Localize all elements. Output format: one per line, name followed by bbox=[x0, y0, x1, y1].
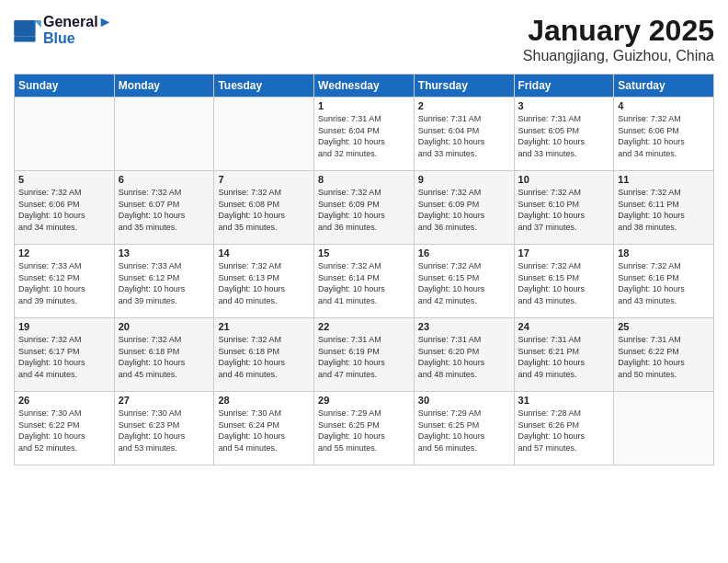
cell-content: Sunrise: 7:32 AM Sunset: 6:13 PM Dayligh… bbox=[218, 260, 310, 306]
day-number: 15 bbox=[318, 247, 410, 259]
header-row: Sunday Monday Tuesday Wednesday Thursday… bbox=[15, 75, 714, 98]
day-number: 10 bbox=[518, 174, 610, 185]
day-number: 2 bbox=[418, 100, 510, 111]
day-number: 9 bbox=[418, 174, 510, 185]
calendar-cell: 31Sunrise: 7:28 AM Sunset: 6:26 PM Dayli… bbox=[514, 392, 614, 465]
cell-content: Sunrise: 7:32 AM Sunset: 6:11 PM Dayligh… bbox=[618, 187, 710, 233]
day-number: 31 bbox=[518, 395, 610, 406]
cell-content: Sunrise: 7:29 AM Sunset: 6:25 PM Dayligh… bbox=[418, 408, 510, 454]
day-number: 11 bbox=[618, 174, 710, 185]
calendar-week-4: 19Sunrise: 7:32 AM Sunset: 6:17 PM Dayli… bbox=[15, 318, 714, 392]
calendar-cell bbox=[114, 98, 214, 171]
cell-content: Sunrise: 7:32 AM Sunset: 6:16 PM Dayligh… bbox=[618, 260, 710, 306]
day-number: 8 bbox=[318, 174, 410, 185]
day-number: 7 bbox=[218, 174, 310, 185]
calendar-cell: 1Sunrise: 7:31 AM Sunset: 6:04 PM Daylig… bbox=[314, 98, 415, 171]
calendar-week-5: 26Sunrise: 7:30 AM Sunset: 6:22 PM Dayli… bbox=[15, 392, 714, 465]
calendar-cell: 7Sunrise: 7:32 AM Sunset: 6:08 PM Daylig… bbox=[214, 171, 314, 245]
day-number: 30 bbox=[418, 395, 510, 406]
col-monday: Monday bbox=[114, 75, 214, 98]
day-number: 13 bbox=[119, 247, 210, 259]
day-number: 14 bbox=[218, 247, 310, 259]
col-saturday: Saturday bbox=[614, 75, 714, 98]
location: Shuangjiang, Guizhou, China bbox=[523, 48, 714, 64]
day-number: 21 bbox=[218, 321, 310, 332]
calendar-cell: 27Sunrise: 7:30 AM Sunset: 6:23 PM Dayli… bbox=[114, 392, 214, 465]
calendar-cell bbox=[15, 98, 115, 171]
calendar-cell: 9Sunrise: 7:32 AM Sunset: 6:09 PM Daylig… bbox=[414, 171, 514, 245]
cell-content: Sunrise: 7:32 AM Sunset: 6:09 PM Dayligh… bbox=[318, 187, 410, 233]
calendar-cell: 12Sunrise: 7:33 AM Sunset: 6:12 PM Dayli… bbox=[15, 245, 115, 318]
calendar-table: Sunday Monday Tuesday Wednesday Thursday… bbox=[14, 74, 714, 465]
col-tuesday: Tuesday bbox=[214, 75, 314, 98]
cell-content: Sunrise: 7:32 AM Sunset: 6:18 PM Dayligh… bbox=[119, 334, 210, 380]
month-title: January 2025 bbox=[523, 14, 714, 48]
col-wednesday: Wednesday bbox=[314, 75, 415, 98]
title-block: January 2025 Shuangjiang, Guizhou, China bbox=[523, 14, 714, 64]
calendar-cell: 17Sunrise: 7:32 AM Sunset: 6:15 PM Dayli… bbox=[514, 245, 614, 318]
day-number: 12 bbox=[18, 247, 110, 259]
cell-content: Sunrise: 7:32 AM Sunset: 6:08 PM Dayligh… bbox=[218, 187, 310, 233]
day-number: 6 bbox=[119, 174, 210, 185]
cell-content: Sunrise: 7:32 AM Sunset: 6:15 PM Dayligh… bbox=[518, 260, 610, 306]
day-number: 19 bbox=[18, 321, 110, 332]
cell-content: Sunrise: 7:32 AM Sunset: 6:17 PM Dayligh… bbox=[18, 334, 110, 380]
col-thursday: Thursday bbox=[414, 75, 514, 98]
cell-content: Sunrise: 7:32 AM Sunset: 6:15 PM Dayligh… bbox=[418, 260, 510, 306]
cell-content: Sunrise: 7:32 AM Sunset: 6:09 PM Dayligh… bbox=[418, 187, 510, 233]
calendar-cell bbox=[614, 392, 714, 465]
svg-rect-2 bbox=[14, 36, 35, 41]
calendar-cell: 16Sunrise: 7:32 AM Sunset: 6:15 PM Dayli… bbox=[414, 245, 514, 318]
calendar-cell: 25Sunrise: 7:31 AM Sunset: 6:22 PM Dayli… bbox=[614, 318, 714, 392]
calendar-cell bbox=[214, 98, 314, 171]
calendar-cell: 19Sunrise: 7:32 AM Sunset: 6:17 PM Dayli… bbox=[15, 318, 115, 392]
calendar-cell: 24Sunrise: 7:31 AM Sunset: 6:21 PM Dayli… bbox=[514, 318, 614, 392]
calendar-cell: 2Sunrise: 7:31 AM Sunset: 6:04 PM Daylig… bbox=[414, 98, 514, 171]
calendar-cell: 29Sunrise: 7:29 AM Sunset: 6:25 PM Dayli… bbox=[314, 392, 415, 465]
day-number: 27 bbox=[119, 395, 210, 406]
day-number: 26 bbox=[18, 395, 110, 406]
calendar-cell: 30Sunrise: 7:29 AM Sunset: 6:25 PM Dayli… bbox=[414, 392, 514, 465]
cell-content: Sunrise: 7:31 AM Sunset: 6:22 PM Dayligh… bbox=[618, 334, 710, 380]
day-number: 5 bbox=[18, 174, 110, 185]
cell-content: Sunrise: 7:31 AM Sunset: 6:20 PM Dayligh… bbox=[418, 334, 510, 380]
cell-content: Sunrise: 7:32 AM Sunset: 6:06 PM Dayligh… bbox=[618, 113, 710, 159]
header: General► Blue January 2025 Shuangjiang, … bbox=[14, 14, 714, 64]
logo-text: General► Blue bbox=[43, 14, 112, 47]
cell-content: Sunrise: 7:30 AM Sunset: 6:22 PM Dayligh… bbox=[18, 408, 110, 454]
calendar-cell: 10Sunrise: 7:32 AM Sunset: 6:10 PM Dayli… bbox=[514, 171, 614, 245]
col-friday: Friday bbox=[514, 75, 614, 98]
logo: General► Blue bbox=[14, 14, 112, 47]
cell-content: Sunrise: 7:30 AM Sunset: 6:23 PM Dayligh… bbox=[119, 408, 210, 454]
day-number: 16 bbox=[418, 247, 510, 259]
calendar-cell: 23Sunrise: 7:31 AM Sunset: 6:20 PM Dayli… bbox=[414, 318, 514, 392]
calendar-cell: 26Sunrise: 7:30 AM Sunset: 6:22 PM Dayli… bbox=[15, 392, 115, 465]
cell-content: Sunrise: 7:32 AM Sunset: 6:10 PM Dayligh… bbox=[518, 187, 610, 233]
day-number: 23 bbox=[418, 321, 510, 332]
cell-content: Sunrise: 7:33 AM Sunset: 6:12 PM Dayligh… bbox=[119, 260, 210, 306]
calendar-week-2: 5Sunrise: 7:32 AM Sunset: 6:06 PM Daylig… bbox=[15, 171, 714, 245]
day-number: 25 bbox=[618, 321, 710, 332]
day-number: 22 bbox=[318, 321, 410, 332]
calendar-cell: 20Sunrise: 7:32 AM Sunset: 6:18 PM Dayli… bbox=[114, 318, 214, 392]
calendar-cell: 3Sunrise: 7:31 AM Sunset: 6:05 PM Daylig… bbox=[514, 98, 614, 171]
svg-rect-0 bbox=[14, 20, 35, 36]
calendar-cell: 21Sunrise: 7:32 AM Sunset: 6:18 PM Dayli… bbox=[214, 318, 314, 392]
day-number: 4 bbox=[618, 100, 710, 111]
calendar-week-1: 1Sunrise: 7:31 AM Sunset: 6:04 PM Daylig… bbox=[15, 98, 714, 171]
col-sunday: Sunday bbox=[15, 75, 115, 98]
cell-content: Sunrise: 7:32 AM Sunset: 6:07 PM Dayligh… bbox=[119, 187, 210, 233]
calendar-cell: 14Sunrise: 7:32 AM Sunset: 6:13 PM Dayli… bbox=[214, 245, 314, 318]
cell-content: Sunrise: 7:31 AM Sunset: 6:21 PM Dayligh… bbox=[518, 334, 610, 380]
day-number: 24 bbox=[518, 321, 610, 332]
calendar-cell: 8Sunrise: 7:32 AM Sunset: 6:09 PM Daylig… bbox=[314, 171, 415, 245]
day-number: 3 bbox=[518, 100, 610, 111]
cell-content: Sunrise: 7:31 AM Sunset: 6:04 PM Dayligh… bbox=[318, 113, 410, 159]
day-number: 29 bbox=[318, 395, 410, 406]
calendar-cell: 22Sunrise: 7:31 AM Sunset: 6:19 PM Dayli… bbox=[314, 318, 415, 392]
calendar-cell: 11Sunrise: 7:32 AM Sunset: 6:11 PM Dayli… bbox=[614, 171, 714, 245]
calendar-cell: 6Sunrise: 7:32 AM Sunset: 6:07 PM Daylig… bbox=[114, 171, 214, 245]
cell-content: Sunrise: 7:31 AM Sunset: 6:04 PM Dayligh… bbox=[418, 113, 510, 159]
day-number: 1 bbox=[318, 100, 410, 111]
calendar-cell: 28Sunrise: 7:30 AM Sunset: 6:24 PM Dayli… bbox=[214, 392, 314, 465]
